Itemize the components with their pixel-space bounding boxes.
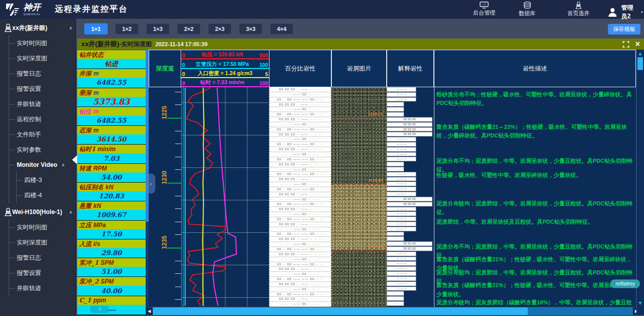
interp-lithology-box: ·– ·– ·–: [387, 87, 416, 92]
depth-tick: [175, 261, 181, 261]
sidebar-subitem-0[interactable]: 四楼-3: [17, 172, 76, 188]
lithology-description-track: 粉砂质分布不均；性较硬，吸水性、可塑性中等。岩屑呈块状，少量碎块状。具PDC钻头…: [434, 87, 636, 307]
scroll-up-icon[interactable]: ▲: [637, 50, 643, 57]
vertical-scrollbar[interactable]: [636, 50, 644, 315]
curve-legend: 0钻压 = 120.83 kN5000立管压力 = 17.50 MPa1000入…: [181, 50, 269, 87]
vertical-scroll-thumb[interactable]: [637, 57, 643, 70]
caret-down-icon: ▼: [640, 10, 644, 15]
sidebar-subitem-1[interactable]: 四楼-4: [17, 188, 76, 203]
layout-button-3x3[interactable]: 3×3: [239, 23, 262, 34]
lithology-row: ≡≡ ·· ≡≡ —— —— ≡≡ ·· ··: [269, 277, 331, 282]
interp-lithology-box: ·– ·– ·–: [387, 142, 416, 147]
interp-lithology-box: ≡≡ ≡≡ ≡≡: [387, 132, 432, 136]
lithology-description: 性较硬，吸水性、可塑性中等。岩屑呈碎块状，少量块状。: [436, 171, 634, 180]
photo-boundary-line: [331, 117, 387, 118]
layout-button-1x1[interactable]: 1×1: [84, 23, 108, 34]
curve-legend-0[interactable]: 0钻压 = 120.83 kN500: [181, 50, 269, 59]
depth-tick: [167, 248, 181, 249]
track-header-2: 解释岩性: [387, 50, 434, 87]
depth-tick: [175, 169, 181, 170]
sidebar-item-0-7[interactable]: 实时参数: [9, 142, 76, 157]
lithology-row: ≡≡ ·· ≡≡ —— —— ≡≡ ·· ··: [269, 127, 331, 132]
scroll-down-icon[interactable]: ▼: [637, 300, 643, 306]
sidebar-item-1-3[interactable]: 报警设置: [9, 265, 76, 280]
lithology-row: ·· ·· ·· —— ≡≡ ·· ·· ··: [269, 107, 331, 112]
horizontal-scroll-thumb[interactable]: [153, 307, 528, 315]
sidebar-well-1[interactable]: Wei-H100(Hole-1)∧: [0, 203, 76, 220]
layout-button-2x2[interactable]: 2×2: [177, 23, 200, 34]
brand-text: 神开 SHENKAI: [23, 3, 41, 16]
sidebar-item-1-4[interactable]: 井眼轨迹: [9, 280, 76, 296]
sidebar-item-0-3[interactable]: 报警设置: [9, 81, 76, 96]
layout-button-1x2[interactable]: 1×2: [115, 23, 139, 34]
layout-button-2x3[interactable]: 2×3: [208, 23, 231, 34]
curve-legend-1[interactable]: 0立管压力 = 17.50 MPa100: [181, 59, 269, 68]
lithology-description: 泥质分布较均；泥质胶结，中等。岩屑呈块状，少量豆粒状。具PDC钻头切削特征。: [436, 199, 634, 217]
sidebar-item-0-8[interactable]: Monitor Video∧: [9, 157, 76, 172]
sidebar-item-0-2[interactable]: 报警日志: [9, 66, 76, 81]
lithology-row: ·· ·· ·· —— ≡≡ ·· ·· ··: [269, 227, 331, 232]
parameter-unit: m: [93, 127, 99, 134]
curve-legend-3[interactable]: 0钻时 = 7.03 min/m100: [181, 78, 269, 87]
lithology-row: ≡≡ ·· ≡≡ —— —— ≡≡ ·· ··: [269, 232, 331, 237]
sidebar-well-0[interactable]: xx井(新井眼)∧: [0, 19, 76, 36]
user-menu[interactable]: 管理员2 ▼: [607, 4, 644, 21]
nav-admin[interactable]: 后台管理: [473, 2, 495, 17]
user-name: 管理员2: [621, 4, 637, 21]
sidebar-item-1-2[interactable]: 报警日志: [9, 250, 76, 265]
lithology-description: 泥质胶结，中等。岩屑呈块状及豆粒状。具PDC钻头切削特征。: [436, 218, 634, 226]
interp-lithology-box: ≡≡ ≡≡ ≡≡: [387, 117, 432, 122]
parameter-label: 入流l/s: [77, 239, 146, 248]
annotation-tag: retfwtrey: [611, 279, 640, 288]
layout-button-4x4[interactable]: 4×4: [270, 23, 293, 34]
curve-legend-2[interactable]: 0入口密度 = 1.24 g/cm35: [181, 69, 269, 78]
sidebar-item-0-5[interactable]: 远程控制: [9, 112, 76, 127]
curve-max: 5: [265, 72, 268, 77]
lithology-row: ·· ·· ·· —— ≡≡ ·· ·· ··: [269, 212, 331, 217]
interp-lithology-box: · · ·: [387, 291, 404, 296]
interp-lithology-box: ·– ·– ·–: [387, 172, 416, 177]
nav-database[interactable]: 数据库: [519, 2, 535, 17]
close-icon[interactable]: ×: [635, 40, 640, 49]
nav-well-select[interactable]: 首页选井: [567, 2, 590, 17]
lithology-row: ≡≡ ·· ≡≡ —— —— ≡≡ ·· ··: [269, 142, 331, 147]
photo-depth-label: 1129.26: [368, 244, 383, 249]
interp-lithology-box: ·– ·– ·–: [387, 147, 416, 152]
interp-lithology-box: ·– ·– ·–: [387, 271, 416, 276]
curve-track: [181, 87, 269, 307]
parameter-unit: RPM: [93, 165, 107, 172]
parameter-label: 钻井状态: [77, 50, 146, 59]
sidebar-item-0-4[interactable]: 井眼轨迹: [9, 96, 76, 112]
derrick-icon: [4, 207, 12, 217]
curve-min: 0: [182, 72, 185, 77]
sidebar-collapse-handle[interactable]: [72, 155, 77, 164]
layout-button-1x3[interactable]: 1×3: [146, 23, 170, 34]
depth-tick: [175, 92, 181, 92]
expand-icon[interactable]: [623, 41, 629, 48]
sidebar-item-1-1[interactable]: 实时深度图: [9, 235, 76, 250]
parameter-label: 钻位m: [77, 107, 146, 116]
photo-depth-label: 1128.66: [368, 178, 383, 183]
lithology-row: ≡≡ ≡≡ ≡≡ ·· —— ·· ·· ··: [269, 147, 331, 152]
scroll-left-icon[interactable]: ◀: [146, 307, 153, 315]
parameter-row: 转速RPM54.00: [77, 164, 146, 183]
lithology-row: ≡≡ ·· ≡≡ —— —— ≡≡ ·· ··: [269, 217, 331, 222]
lithology-row: ·· ·· ·· —— ≡≡ ·· ·· ··: [269, 92, 331, 97]
parameter-unit: m: [93, 70, 99, 77]
curve-name-value: 钻时 = 7.03 min/m: [200, 79, 244, 86]
parameter-row: 钻井状态钻进: [77, 50, 146, 69]
sidebar-item-0-1[interactable]: 实时深度图: [9, 51, 76, 66]
interp-lithology-box: ·– ·– ·–: [387, 252, 416, 256]
panel-titlebar: xx井(新井眼) -实时深度图 2022-11-14 17:05:39 ×: [77, 39, 644, 50]
lithology-row: ·· ·· ·· —— ≡≡ ·· ·· ··: [269, 197, 331, 202]
parameter-unit: SPM: [100, 278, 114, 285]
parameter-value: 3614.50: [77, 134, 146, 144]
parameter-label: 悬重kN: [77, 201, 146, 210]
sidebar-item-0-0[interactable]: 实时时间图: [9, 36, 76, 51]
lithology-row: ≡≡ ≡≡ ≡≡ ·· —— ·· ·· ··: [269, 252, 331, 257]
sidebar-item-0-6[interactable]: 文件助手: [9, 127, 76, 142]
chart-collapse-tab[interactable]: ‹: [146, 173, 155, 194]
dropdown-chevron-icon[interactable]: ▽: [90, 306, 109, 313]
sidebar-item-1-0[interactable]: 实时时间图: [9, 220, 76, 235]
save-template-button[interactable]: 保存模板: [608, 24, 640, 34]
